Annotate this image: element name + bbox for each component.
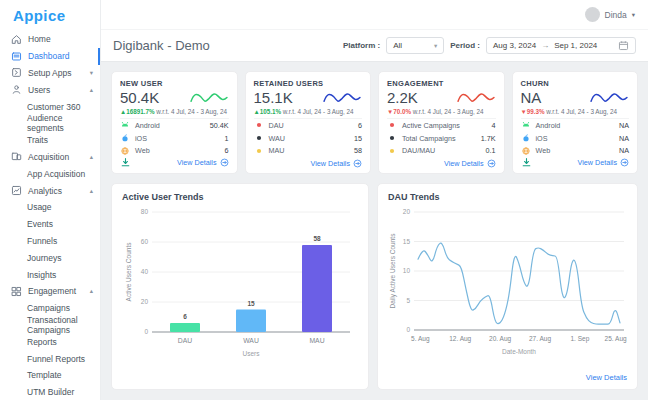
kpi-row-label: WAU [269, 134, 286, 143]
sidebar-item-label: Audience segments [27, 113, 93, 133]
sidebar-item-setup-apps[interactable]: Setup Apps▾ [0, 65, 100, 82]
topbar: Dinda ▾ [101, 0, 648, 29]
view-details-link[interactable]: View Details [444, 159, 495, 168]
svg-text:40: 40 [141, 268, 149, 275]
kpi-row-label: MAU [269, 146, 285, 155]
sidebar-item-label: Acquisition [28, 152, 69, 162]
sidebar-item-template[interactable]: Template [0, 367, 100, 384]
sidebar-item-insights[interactable]: Insights [0, 266, 100, 283]
sidebar-item-acquisition[interactable]: Acquisition▴ [0, 149, 100, 166]
sidebar-item-usage[interactable]: Usage [0, 199, 100, 216]
sidebar-item-dashboard[interactable]: Dashboard [0, 48, 100, 65]
dot-red-icon [387, 120, 397, 130]
sidebar-item-engagement[interactable]: Engagement▴ [0, 283, 100, 300]
chevron-up-icon: ▴ [90, 153, 93, 161]
kpi-delta: ▲16891.7% w.r.t. 4 Jul, 24 - 3 Aug, 24 [120, 108, 229, 119]
bar-dau[interactable] [170, 323, 200, 332]
kpi-row-dau-mau: DAU/MAU0.1 [387, 145, 496, 158]
kpi-row-label: Android [536, 121, 561, 130]
ios-icon [521, 133, 531, 143]
svg-text:20. Aug: 20. Aug [489, 335, 511, 343]
sidebar-item-label: Setup Apps [28, 68, 71, 78]
content: NEW USER50.4K▲16891.7% w.r.t. 4 Jul, 24 … [101, 62, 648, 400]
sidebar: Appice HomeDashboardSetup Apps▾Users▴Cus… [0, 0, 101, 400]
user-menu[interactable]: Dinda [605, 10, 627, 20]
avatar[interactable] [585, 7, 600, 22]
sidebar-item-label: Home [28, 34, 51, 44]
svg-text:1. Sep: 1. Sep [571, 335, 590, 343]
sidebar-item-users[interactable]: Users▴ [0, 81, 100, 98]
bar-mau[interactable] [302, 245, 332, 332]
svg-text:WAU: WAU [243, 337, 259, 344]
svg-text:15: 15 [247, 300, 255, 307]
download-icon[interactable] [120, 157, 131, 168]
view-details-label: View Details [578, 158, 617, 167]
bar-wau[interactable] [236, 310, 266, 333]
sparkline [589, 89, 629, 106]
sidebar-item-transactional-campaigns[interactable]: Transactional Campaigns [0, 317, 100, 334]
sidebar-item-journeys[interactable]: Journeys [0, 249, 100, 266]
chevron-down-icon: ▾ [90, 69, 93, 77]
chevron-down-icon: ▾ [434, 42, 437, 50]
sidebar-item-audience-segments[interactable]: Audience segments [0, 115, 100, 132]
delta-period: w.r.t. 4 Jul, 24 - 3 Aug, 24 [546, 108, 617, 115]
kpi-main: 2.2K [387, 89, 496, 106]
svg-text:12. Aug: 12. Aug [449, 335, 471, 343]
sidebar-item-label: Engagement [28, 286, 76, 296]
kpi-row-value: NA [619, 134, 629, 143]
sidebar-item-label: Reports [27, 337, 57, 347]
sidebar-item-label: Dashboard [28, 51, 70, 61]
active-user-trends-card: Active User Trends 020406080Active Users… [111, 183, 369, 390]
sidebar-item-utm-builder[interactable]: UTM Builder [0, 384, 100, 400]
sidebar-item-label: Funnel Reports [27, 354, 85, 364]
download-icon[interactable] [521, 157, 532, 168]
sidebar-item-traits[interactable]: Traits [0, 132, 100, 149]
kpi-row-label: Web [135, 146, 150, 155]
period-date-range[interactable]: Aug 3, 2024 → Sep 1, 2024 [486, 37, 636, 54]
kpi-row-value: 50.4K [210, 121, 229, 130]
caret-down-icon[interactable]: ▾ [632, 11, 635, 19]
kpi-card-retained-users: RETAINED USERS15.1K▲105.1% w.r.t. 4 Jul,… [245, 71, 372, 174]
app-root: Appice HomeDashboardSetup Apps▾Users▴Cus… [0, 0, 648, 400]
sidebar-item-label: Users [28, 85, 50, 95]
sidebar-item-events[interactable]: Events [0, 216, 100, 233]
sidebar-item-reports[interactable]: Reports [0, 333, 100, 350]
svg-text:20: 20 [141, 298, 149, 305]
delta-period: w.r.t. 4 Jul, 24 - 3 Aug, 24 [156, 108, 227, 115]
calendar-icon [618, 40, 629, 51]
kpi-row-label: DAU [269, 121, 284, 130]
chevron-up-icon: ▴ [90, 187, 93, 195]
view-details-link[interactable]: View Details [586, 373, 627, 382]
sidebar-nav: HomeDashboardSetup Apps▾Users▴Customer 3… [0, 31, 100, 400]
sidebar-item-funnels[interactable]: Funnels [0, 233, 100, 250]
users-icon [11, 84, 22, 95]
kpi-card-churn: CHURNNA▼99.3% w.r.t. 4 Jul, 24 - 3 Aug, … [512, 71, 639, 174]
dot-red-icon [254, 120, 264, 130]
kpi-row-wau: WAU15 [254, 132, 363, 145]
sidebar-item-analytics[interactable]: Analytics▴ [0, 182, 100, 199]
sidebar-item-app-acquisition[interactable]: App Acquisition [0, 165, 100, 182]
sidebar-item-home[interactable]: Home [0, 31, 100, 48]
delta-period: w.r.t. 4 Jul, 24 - 3 Aug, 24 [283, 108, 354, 115]
kpi-row-label: Android [135, 121, 160, 130]
chart-title: DAU Trends [388, 192, 627, 202]
sidebar-item-funnel-reports[interactable]: Funnel Reports [0, 350, 100, 367]
dashboard-icon [11, 51, 22, 62]
kpi-value: 50.4K [120, 89, 159, 106]
kpi-row-android: Android50.4K [120, 119, 229, 132]
view-details-link[interactable]: View Details [177, 158, 228, 167]
sidebar-item-label: Usage [27, 202, 52, 212]
view-details-link[interactable]: View Details [311, 159, 362, 168]
engagement-icon [11, 286, 22, 297]
setup-apps-icon [11, 67, 22, 78]
kpi-card-new-user: NEW USER50.4K▲16891.7% w.r.t. 4 Jul, 24 … [111, 71, 238, 174]
kpi-title: ENGAGEMENT [387, 79, 496, 88]
platform-select[interactable]: All ▾ [386, 37, 444, 54]
sparkline [189, 89, 229, 106]
kpi-row-label: Active Campaigns [402, 121, 460, 130]
view-details-link[interactable]: View Details [578, 158, 629, 167]
kpi-row-label: Web [536, 146, 551, 155]
dau-trends-card: DAU Trends 05101520Daily Active Users Co… [377, 183, 638, 390]
platform-value: All [393, 41, 402, 50]
sidebar-item-label: Insights [27, 270, 56, 280]
